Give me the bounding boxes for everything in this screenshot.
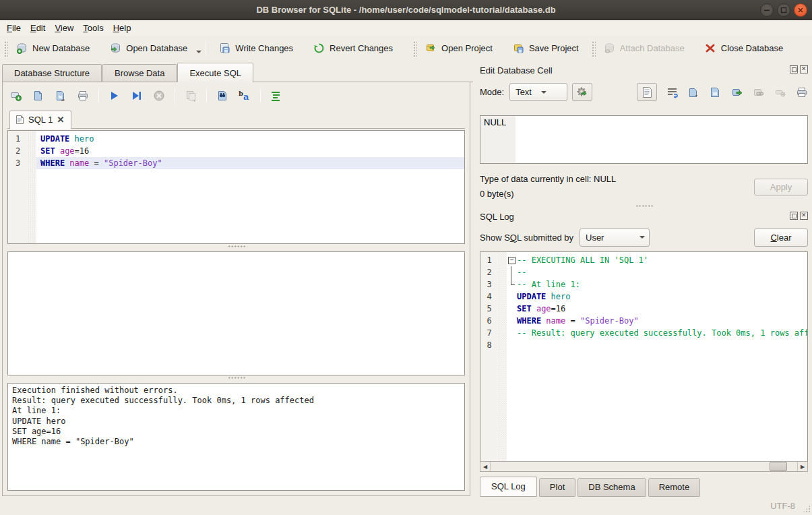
results-message-splitter[interactable] [7,375,465,380]
resize-grip[interactable] [803,505,811,513]
main-tabbar: Database Structure Browse Data Execute S… [0,61,473,82]
menu-view[interactable]: View [50,22,78,35]
close-sql-tab-icon[interactable]: ✕ [57,115,64,125]
attach-database-button[interactable]: Attach Database [598,39,695,57]
link-cell-icon[interactable] [753,86,765,98]
export-cell-icon[interactable] [731,86,743,98]
scrollbar-thumb[interactable] [770,462,787,471]
editor-results-splitter[interactable] [7,244,465,249]
close-log-dock-icon[interactable] [800,212,808,220]
cell-size-info: 0 byte(s) [480,187,616,202]
auto-switch-mode-button[interactable] [572,83,592,101]
execute-sql-page: ba SQL 1 ✕ 1 2 3 UPDATE hero [2,82,470,496]
sql-editor-fold-margin [28,131,36,243]
new-sql-tab-icon[interactable] [10,90,22,102]
menu-tools[interactable]: Tools [78,22,108,35]
revert-changes-button[interactable]: Revert Changes [303,39,403,57]
sql-log-dock-header: SQL Log [480,210,808,224]
find-icon[interactable] [216,90,228,102]
sql-toolbar: ba [7,82,465,108]
tab-browse-data[interactable]: Browse Data [102,64,177,82]
dock-splitter[interactable] [480,202,808,210]
execution-message: Execution finished without errors.Result… [7,383,465,491]
save-project-icon [513,42,524,54]
apply-button[interactable]: Apply [754,179,808,195]
execute-line-icon[interactable] [131,90,143,102]
main-toolbar: New Database Open Database Write Changes… [0,36,812,61]
sql-editor[interactable]: 1 2 3 UPDATE hero SET age=16 WHERE name … [7,130,465,244]
open-project-button[interactable]: Open Project [419,39,503,57]
format-sql-icon[interactable] [270,90,282,102]
sql-tab[interactable]: SQL 1 ✕ [9,111,71,129]
sql-file-icon [15,115,24,125]
mode-select[interactable]: Text [509,83,567,101]
attach-database-icon [604,42,615,54]
float-dock-icon[interactable] [790,65,798,73]
toolbar-drag-handle-projects[interactable] [412,40,417,57]
word-wrap-icon[interactable] [666,86,679,98]
write-changes-button[interactable]: Write Changes [209,39,303,57]
clear-log-button[interactable]: Clear [754,229,808,247]
menu-edit[interactable]: Edit [26,22,50,35]
bottom-dock-tabbar: SQL Log Plot DB Schema Remote [480,478,808,497]
results-grid[interactable] [7,251,465,375]
close-button[interactable] [794,3,807,17]
sql-editor-gutter: 1 2 3 [8,131,28,243]
sql-log-view[interactable]: 12345678 -- EXECUTING ALL IN 'SQL 1' -- … [480,251,808,461]
set-null-icon[interactable] [774,86,786,98]
stop-icon[interactable] [153,90,165,102]
toolbar-drag-handle-2[interactable] [591,40,596,57]
show-sql-label: Show SQL submitted by [480,233,573,243]
close-dock-icon[interactable] [800,65,808,73]
close-database-button[interactable]: Close Database [695,39,794,57]
open-database-dropdown-arrow[interactable] [196,51,201,53]
new-database-icon [16,42,28,54]
execute-all-icon[interactable] [108,90,121,102]
tab-execute-sql[interactable]: Execute SQL [177,63,253,82]
sql-tab-label: SQL 1 [28,115,53,125]
sql-tabbar: SQL 1 ✕ [7,108,465,129]
minimize-button[interactable] [760,3,774,17]
dock-tab-remote[interactable]: Remote [648,478,701,497]
sql-log-hscrollbar[interactable]: ◀ ▶ [480,461,808,472]
export-results-icon[interactable] [185,90,197,102]
text-mode-button[interactable] [637,83,657,101]
window-title: DB Browser for SQLite - /home/user/code/… [256,5,555,15]
chevron-down-icon [541,91,546,94]
edit-cell-dock-header: Edit Database Cell [480,63,808,78]
open-sql-file-icon[interactable] [32,90,44,102]
open-project-icon [425,42,437,54]
float-log-dock-icon[interactable] [790,212,798,220]
dock-tab-db-schema[interactable]: DB Schema [577,478,646,497]
fold-collapse-icon[interactable] [508,254,517,266]
import-cell-icon[interactable] [688,86,700,98]
toolbar-drag-handle[interactable] [3,40,8,57]
print-sql-icon[interactable] [77,90,89,102]
scroll-left-icon[interactable]: ◀ [480,462,491,471]
save-sql-file-icon[interactable] [55,90,67,102]
replace-text-icon[interactable]: ba [239,90,251,102]
menu-file[interactable]: File [2,22,26,35]
scroll-right-icon[interactable]: ▶ [797,462,807,471]
chevron-down-icon-2 [639,236,645,239]
sql-log-title: SQL Log [480,212,514,222]
titlebar: DB Browser for SQLite - /home/user/code/… [0,0,812,20]
cell-value-editor[interactable]: NULL [480,115,808,164]
open-database-icon [110,42,121,54]
sql-log-code: -- EXECUTING ALL IN 'SQL 1' -- -- At lin… [507,252,807,461]
tab-database-structure[interactable]: Database Structure [2,64,102,82]
encoding-indicator: UTF-8 [770,501,795,511]
cell-value-text: NULL [480,116,516,163]
save-project-button[interactable]: Save Project [503,39,589,57]
save-cell-icon[interactable] [710,86,722,98]
dock-tab-plot[interactable]: Plot [539,478,575,497]
maximize-button[interactable] [777,3,790,17]
sql-editor-code[interactable]: UPDATE hero SET age=16 WHERE name = "Spi… [36,131,464,243]
new-database-button[interactable]: New Database [10,39,100,57]
menu-help[interactable]: Help [108,22,136,35]
print-cell-icon[interactable] [796,86,808,98]
dock-tab-sql-log[interactable]: SQL Log [480,477,537,497]
edit-cell-title: Edit Database Cell [480,65,553,75]
sql-log-filter-select[interactable]: User [580,229,650,247]
open-database-button[interactable]: Open Database [100,39,197,57]
